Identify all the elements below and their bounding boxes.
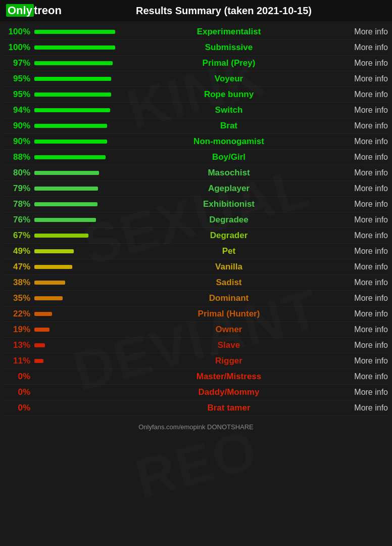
percent-label: 80% [4,168,34,178]
result-row: 49%PetMore info [4,244,388,259]
result-row: 94%SwitchMore info [4,103,388,118]
bar-fill [34,234,88,238]
result-row: 11%RiggerMore info [4,353,388,369]
bar-container [34,171,125,175]
kink-name: Degradee [125,215,332,225]
result-row: 19%OwnerMore info [4,322,388,338]
bar-container [34,296,125,300]
bar-fill [34,30,115,34]
bar-container [34,406,125,410]
bar-container [34,390,125,394]
logo: Onlytreon [6,4,62,17]
result-row: 97%Primal (Prey)More info [4,56,388,71]
percent-label: 35% [4,293,34,303]
more-info-button[interactable]: More info [332,59,388,68]
bar-container [34,234,125,238]
percent-label: 95% [4,89,34,100]
more-info-button[interactable]: More info [332,231,388,240]
more-info-button[interactable]: More info [332,325,388,334]
result-row: 95%VoyeurMore info [4,71,388,87]
kink-name: Switch [125,105,332,115]
bar-fill [34,187,98,191]
percent-label: 97% [4,58,34,68]
more-info-button[interactable]: More info [332,168,388,177]
bar-fill [34,202,97,206]
bar-container [34,281,125,285]
bar-container [34,124,125,128]
bar-container [34,312,125,316]
percent-label: 100% [4,42,34,53]
more-info-button[interactable]: More info [332,215,388,224]
more-info-button[interactable]: More info [332,200,388,209]
result-row: 79%AgeplayerMore info [4,181,388,197]
bar-fill [34,249,74,253]
more-info-button[interactable]: More info [332,43,388,52]
more-info-button[interactable]: More info [332,121,388,130]
bar-container [34,187,125,191]
kink-name: Primal (Prey) [125,58,332,68]
more-info-button[interactable]: More info [332,74,388,83]
kink-name: Ageplayer [125,184,332,194]
more-info-button[interactable]: More info [332,262,388,271]
kink-name: Degrader [125,231,332,241]
result-row: 38%SadistMore info [4,275,388,291]
kink-name: Brat tamer [125,403,332,413]
more-info-button[interactable]: More info [332,106,388,115]
more-info-button[interactable]: More info [332,294,388,303]
bar-fill [34,124,107,128]
more-info-button[interactable]: More info [332,90,388,99]
bar-container [34,359,125,363]
percent-label: 67% [4,231,34,241]
kink-name: Slave [125,340,332,350]
more-info-button[interactable]: More info [332,372,388,381]
more-info-button[interactable]: More info [332,184,388,193]
results-container: 100%ExperimentalistMore info100%Submissi… [0,21,392,419]
bar-fill [34,77,111,81]
result-row: 88%Boy/GirlMore info [4,150,388,165]
more-info-button[interactable]: More info [332,27,388,36]
more-info-button[interactable]: More info [332,309,388,318]
percent-label: 0% [4,387,34,397]
bar-container [34,108,125,112]
result-row: 100%SubmissiveMore info [4,40,388,56]
bar-fill [34,61,113,65]
kink-name: Exhibitionist [125,199,332,209]
bar-fill [34,328,50,332]
bar-container [34,77,125,81]
bar-container [34,30,125,34]
bar-fill [34,359,43,363]
percent-label: 19% [4,325,34,335]
result-row: 35%DominantMore info [4,291,388,306]
bar-fill [34,171,99,175]
bar-container [34,328,125,332]
bar-fill [34,155,106,159]
more-info-button[interactable]: More info [332,403,388,413]
percent-label: 79% [4,184,34,194]
result-row: 95%Rope bunnyMore info [4,87,388,103]
kink-name: Brat [125,121,332,131]
percent-label: 0% [4,372,34,382]
more-info-button[interactable]: More info [332,247,388,256]
percent-label: 49% [4,246,34,256]
bar-fill [34,140,107,144]
percent-label: 88% [4,152,34,162]
bar-container [34,265,125,269]
result-row: 67%DegraderMore info [4,228,388,244]
more-info-button[interactable]: More info [332,278,388,287]
kink-name: Sadist [125,278,332,288]
bar-container [34,61,125,65]
more-info-button[interactable]: More info [332,137,388,146]
percent-label: 100% [4,27,34,37]
bar-container [34,140,125,144]
result-row: 0%Master/MistressMore info [4,369,388,385]
more-info-button[interactable]: More info [332,153,388,162]
bar-fill [34,265,72,269]
bar-fill [34,343,45,347]
more-info-button[interactable]: More info [332,341,388,350]
result-row: 0%Daddy/MommyMore info [4,385,388,400]
percent-label: 76% [4,215,34,225]
kink-name: Vanilla [125,262,332,272]
more-info-button[interactable]: More info [332,356,388,366]
more-info-button[interactable]: More info [332,388,388,397]
bar-fill [34,46,115,50]
